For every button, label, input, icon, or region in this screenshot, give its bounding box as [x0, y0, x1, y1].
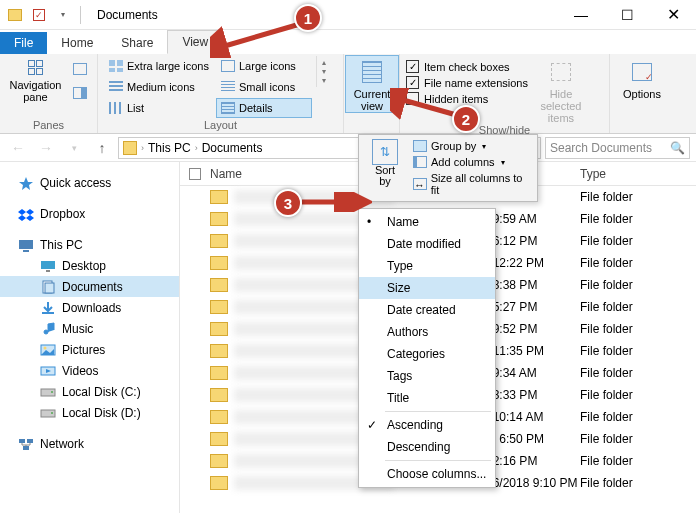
options-icon: ✓	[628, 58, 656, 86]
sort-categories[interactable]: Categories	[359, 343, 495, 365]
folder-icon	[210, 476, 228, 490]
svg-rect-2	[23, 250, 29, 252]
downloads-icon	[40, 301, 56, 315]
nav-videos[interactable]: Videos	[0, 360, 179, 381]
preview-pane-button[interactable]	[69, 58, 91, 80]
nav-documents[interactable]: Documents	[0, 276, 179, 297]
group-panes: Navigation pane Panes	[0, 54, 98, 133]
nav-downloads[interactable]: Downloads	[0, 297, 179, 318]
up-button[interactable]: ↑	[90, 136, 114, 160]
forward-button[interactable]: →	[34, 136, 58, 160]
recent-button[interactable]: ▾	[62, 136, 86, 160]
svg-marker-0	[19, 177, 33, 190]
pane-options-column	[69, 56, 91, 106]
star-icon	[18, 176, 34, 190]
folder-icon	[210, 212, 228, 226]
sort-choose-columns[interactable]: Choose columns...	[359, 463, 495, 485]
panes-icon	[28, 60, 43, 75]
nav-local-d[interactable]: Local Disk (D:)	[0, 402, 179, 423]
svg-rect-6	[45, 283, 54, 293]
sort-date-created[interactable]: Date created	[359, 299, 495, 321]
preview-pane-icon	[73, 63, 87, 75]
sort-date-modified[interactable]: Date modified	[359, 233, 495, 255]
layout-medium[interactable]: Medium icons	[104, 77, 214, 97]
sort-type[interactable]: Type	[359, 255, 495, 277]
nav-dropbox[interactable]: Dropbox	[0, 203, 179, 224]
crumb-thispc[interactable]: This PC	[148, 141, 191, 155]
sort-name[interactable]: •Name	[359, 211, 495, 233]
folder-icon	[210, 300, 228, 314]
nav-music[interactable]: Music	[0, 318, 179, 339]
app-icon[interactable]	[4, 4, 26, 26]
file-type: File folder	[580, 410, 633, 424]
svg-rect-16	[23, 446, 29, 450]
arrow-3	[298, 192, 372, 212]
nav-network[interactable]: Network	[0, 433, 179, 454]
layout-list[interactable]: List	[104, 98, 214, 118]
search-box[interactable]: Search Documents 🔍	[545, 137, 690, 159]
file-type: File folder	[580, 300, 633, 314]
details-pane-button[interactable]	[69, 82, 91, 104]
qat-dropdown[interactable]: ▾	[52, 4, 74, 26]
chevron-right-icon[interactable]: ›	[193, 143, 200, 153]
size-columns-icon: ↔	[413, 178, 427, 190]
extra-large-icon	[109, 60, 123, 72]
details-pane-icon	[73, 87, 87, 99]
sort-authors[interactable]: Authors	[359, 321, 495, 343]
size-columns-button[interactable]: ↔Size all columns to fit	[411, 171, 533, 197]
file-type: File folder	[580, 454, 633, 468]
file-type: File folder	[580, 432, 633, 446]
nav-quick-access[interactable]: Quick access	[0, 172, 179, 193]
layout-large[interactable]: Large icons	[216, 56, 312, 76]
add-columns-button[interactable]: Add columns▾	[411, 155, 533, 169]
layout-details[interactable]: Details	[216, 98, 312, 118]
tab-share[interactable]: Share	[107, 32, 167, 54]
nav-pictures[interactable]: Pictures	[0, 339, 179, 360]
chevron-right-icon[interactable]: ›	[139, 143, 146, 153]
minimize-button[interactable]: —	[558, 0, 604, 30]
sort-title[interactable]: Title	[359, 387, 495, 409]
sort-size[interactable]: Size	[359, 277, 495, 299]
layout-small[interactable]: Small icons	[216, 77, 312, 97]
properties-button[interactable]: ✓	[28, 4, 50, 26]
select-all-checkbox[interactable]	[180, 168, 210, 180]
navigation-pane-button[interactable]: Navigation pane	[6, 56, 65, 103]
options-button[interactable]: ✓ Options	[616, 56, 668, 100]
file-type: File folder	[580, 322, 633, 336]
hide-selected-button[interactable]: Hide selected items	[532, 56, 590, 124]
title-bar: ✓ ▾ Documents — ☐ ✕	[0, 0, 696, 30]
back-button[interactable]: ←	[6, 136, 30, 160]
sort-by-button[interactable]: ⇅ Sort by	[363, 139, 407, 197]
nav-local-c[interactable]: Local Disk (C:)	[0, 381, 179, 402]
layout-scroll[interactable]: ▴▾▾	[316, 56, 330, 87]
group-by-button[interactable]: Group by▾	[411, 139, 533, 153]
column-type[interactable]: Type	[580, 167, 606, 181]
check-icon: ✓	[367, 418, 377, 432]
sort-tags[interactable]: Tags	[359, 365, 495, 387]
nav-desktop[interactable]: Desktop	[0, 255, 179, 276]
crumb-documents[interactable]: Documents	[202, 141, 263, 155]
maximize-button[interactable]: ☐	[604, 0, 650, 30]
svg-rect-12	[41, 410, 55, 417]
tab-file[interactable]: File	[0, 32, 47, 54]
address-bar: ← → ▾ ↑ › This PC › Documents Search Doc…	[0, 134, 696, 162]
desktop-icon	[40, 259, 56, 273]
layout-gallery: Extra large icons Large icons Medium ico…	[104, 56, 312, 118]
sort-ascending[interactable]: ✓Ascending	[359, 414, 495, 436]
nav-this-pc[interactable]: This PC	[0, 234, 179, 255]
network-icon	[18, 437, 34, 451]
close-button[interactable]: ✕	[650, 0, 696, 30]
svg-rect-15	[27, 439, 33, 443]
tab-home[interactable]: Home	[47, 32, 107, 54]
svg-line-17	[218, 24, 300, 48]
hide-selected-icon	[547, 58, 575, 86]
layout-extra-large[interactable]: Extra large icons	[104, 56, 214, 76]
ribbon: Navigation pane Panes Extra large icons …	[0, 54, 696, 134]
item-checkboxes-toggle[interactable]: ✓Item check boxes	[406, 60, 528, 73]
dropbox-icon	[18, 207, 34, 221]
add-columns-icon	[413, 156, 427, 168]
pc-icon	[18, 238, 34, 252]
bullet-icon: •	[367, 215, 371, 229]
sort-descending[interactable]: Descending	[359, 436, 495, 458]
sort-by-menu: •Name Date modified Type Size Date creat…	[358, 208, 496, 488]
